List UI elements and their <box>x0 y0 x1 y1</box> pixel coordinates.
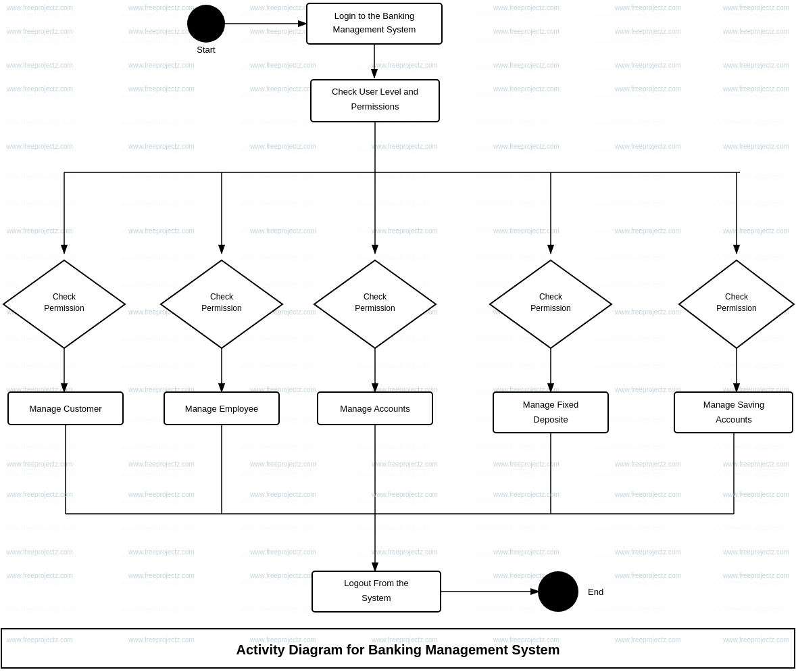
manage-saving-text2: Accounts <box>716 414 752 425</box>
svg-text:www.freeprojectz.com: www.freeprojectz.com <box>6 548 73 556</box>
diamond1-text2: Permission <box>44 304 84 313</box>
svg-text:www.freeprojectz.com: www.freeprojectz.com <box>371 636 438 644</box>
svg-text:www.freeprojectz.com: www.freeprojectz.com <box>128 460 195 468</box>
login-text-line2: Management System <box>333 24 416 34</box>
svg-text:www.freeprojectz.com: www.freeprojectz.com <box>128 572 195 579</box>
svg-text:www.freeprojectz.com: www.freeprojectz.com <box>371 491 438 498</box>
svg-text:www.freeprojectz.com: www.freeprojectz.com <box>371 62 438 69</box>
svg-text:www.freeprojectz.com: www.freeprojectz.com <box>493 143 559 150</box>
diamond5-text2: Permission <box>716 304 756 313</box>
svg-text:www.freeprojectz.com: www.freeprojectz.com <box>371 143 438 150</box>
svg-text:www.freeprojectz.com: www.freeprojectz.com <box>128 636 195 644</box>
logout-text2: System <box>362 593 391 603</box>
logout-box <box>312 571 441 612</box>
diamond4-text2: Permission <box>530 304 570 313</box>
svg-text:www.freeprojectz.com: www.freeprojectz.com <box>493 548 559 556</box>
svg-text:www.freeprojectz.com: www.freeprojectz.com <box>249 4 316 11</box>
svg-text:www.freeprojectz.com: www.freeprojectz.com <box>614 386 681 393</box>
svg-text:www.freeprojectz.com: www.freeprojectz.com <box>249 227 316 235</box>
start-label: Start <box>197 45 216 55</box>
svg-text:www.freeprojectz.com: www.freeprojectz.com <box>722 4 789 11</box>
check-user-text1: Check User Level and <box>332 87 418 97</box>
svg-text:www.freeprojectz.com: www.freeprojectz.com <box>6 143 73 150</box>
svg-text:www.freeprojectz.com: www.freeprojectz.com <box>128 491 195 498</box>
diamond3-text2: Permission <box>355 304 395 313</box>
manage-saving-accounts-box <box>674 392 793 433</box>
svg-text:www.freeprojectz.com: www.freeprojectz.com <box>722 636 789 644</box>
svg-text:www.freeprojectz.com: www.freeprojectz.com <box>493 85 559 93</box>
svg-text:www.freeprojectz.com: www.freeprojectz.com <box>371 460 438 468</box>
svg-text:www.freeprojectz.com: www.freeprojectz.com <box>493 636 559 644</box>
svg-text:www.freeprojectz.com: www.freeprojectz.com <box>128 85 195 93</box>
svg-text:www.freeprojectz.com: www.freeprojectz.com <box>493 62 559 69</box>
manage-accounts-text: Manage Accounts <box>340 404 410 414</box>
svg-text:www.freeprojectz.com: www.freeprojectz.com <box>493 227 559 235</box>
svg-text:www.freeprojectz.com: www.freeprojectz.com <box>249 85 316 93</box>
svg-text:www.freeprojectz.com: www.freeprojectz.com <box>722 143 789 150</box>
svg-text:www.freeprojectz.com: www.freeprojectz.com <box>493 28 559 35</box>
svg-text:www.freeprojectz.com: www.freeprojectz.com <box>6 460 73 468</box>
manage-fixed-deposite-text2: Deposite <box>533 414 568 425</box>
svg-text:www.freeprojectz.com: www.freeprojectz.com <box>6 85 73 93</box>
svg-text:www.freeprojectz.com: www.freeprojectz.com <box>6 28 73 35</box>
svg-text:www.freeprojectz.com: www.freeprojectz.com <box>722 548 789 556</box>
logout-text1: Logout From the <box>344 578 408 588</box>
manage-saving-text1: Manage Saving <box>703 400 764 410</box>
svg-text:www.freeprojectz.com: www.freeprojectz.com <box>614 636 681 644</box>
diamond2-text1: Check <box>210 292 234 302</box>
svg-text:www.freeprojectz.com: www.freeprojectz.com <box>128 143 195 150</box>
diamond3-text1: Check <box>364 292 387 302</box>
manage-fixed-deposite-box <box>493 392 608 433</box>
svg-text:www.freeprojectz.com: www.freeprojectz.com <box>6 4 73 11</box>
svg-text:www.freeprojectz.com: www.freeprojectz.com <box>249 572 316 579</box>
svg-text:www.freeprojectz.com: www.freeprojectz.com <box>722 227 789 235</box>
svg-text:www.freeprojectz.com: www.freeprojectz.com <box>6 636 73 644</box>
svg-text:www.freeprojectz.com: www.freeprojectz.com <box>6 227 73 235</box>
svg-text:www.freeprojectz.com: www.freeprojectz.com <box>614 460 681 468</box>
svg-text:www.freeprojectz.com: www.freeprojectz.com <box>128 548 195 556</box>
svg-text:www.freeprojectz.com: www.freeprojectz.com <box>614 491 681 498</box>
svg-text:www.freeprojectz.com: www.freeprojectz.com <box>249 62 316 69</box>
svg-text:www.freeprojectz.com: www.freeprojectz.com <box>249 636 316 644</box>
svg-text:www.freeprojectz.com: www.freeprojectz.com <box>371 227 438 235</box>
svg-text:www.freeprojectz.com: www.freeprojectz.com <box>614 4 681 11</box>
svg-text:www.freeprojectz.com: www.freeprojectz.com <box>614 308 681 316</box>
svg-text:www.freeprojectz.com: www.freeprojectz.com <box>6 491 73 498</box>
svg-text:www.freeprojectz.com: www.freeprojectz.com <box>614 143 681 150</box>
svg-text:www.freeprojectz.com: www.freeprojectz.com <box>493 460 559 468</box>
login-box <box>307 3 442 44</box>
svg-text:www.freeprojectz.com: www.freeprojectz.com <box>722 491 789 498</box>
check-user-text2: Permissions <box>351 101 399 112</box>
svg-text:www.freeprojectz.com: www.freeprojectz.com <box>614 227 681 235</box>
manage-employee-text: Manage Employee <box>185 404 258 414</box>
svg-text:www.freeprojectz.com: www.freeprojectz.com <box>128 227 195 235</box>
svg-text:www.freeprojectz.com: www.freeprojectz.com <box>128 62 195 69</box>
svg-text:www.freeprojectz.com: www.freeprojectz.com <box>128 4 195 11</box>
diamond2-text2: Permission <box>201 304 241 313</box>
svg-text:www.freeprojectz.com: www.freeprojectz.com <box>6 62 73 69</box>
svg-text:www.freeprojectz.com: www.freeprojectz.com <box>249 460 316 468</box>
svg-text:www.freeprojectz.com: www.freeprojectz.com <box>249 548 316 556</box>
svg-text:www.freeprojectz.com: www.freeprojectz.com <box>614 62 681 69</box>
svg-text:www.freeprojectz.com: www.freeprojectz.com <box>722 28 789 35</box>
svg-text:www.freeprojectz.com: www.freeprojectz.com <box>614 85 681 93</box>
svg-text:www.freeprojectz.com: www.freeprojectz.com <box>493 4 559 11</box>
diamond5-text1: Check <box>725 292 749 302</box>
svg-text:www.freeprojectz.com: www.freeprojectz.com <box>249 28 316 35</box>
end-label: End <box>588 587 603 597</box>
diamond1-text1: Check <box>53 292 76 302</box>
svg-text:www.freeprojectz.com: www.freeprojectz.com <box>6 572 73 579</box>
svg-text:www.freeprojectz.com: www.freeprojectz.com <box>493 491 559 498</box>
diamond4-text1: Check <box>539 292 563 302</box>
manage-customer-text: Manage Customer <box>30 404 103 414</box>
activity-diagram: www.freeprojectz.com www.freeprojectz.co… <box>0 0 796 672</box>
svg-text:www.freeprojectz.com: www.freeprojectz.com <box>722 62 789 69</box>
login-text-line1: Login to the Banking <box>334 11 415 21</box>
diagram-container: www.freeprojectz.com www.freeprojectz.co… <box>0 0 796 672</box>
svg-text:www.freeprojectz.com: www.freeprojectz.com <box>371 548 438 556</box>
svg-text:www.freeprojectz.com: www.freeprojectz.com <box>614 548 681 556</box>
svg-text:www.freeprojectz.com: www.freeprojectz.com <box>722 572 789 579</box>
footer-text: Activity Diagram for Banking Management … <box>236 642 559 657</box>
svg-text:www.freeprojectz.com: www.freeprojectz.com <box>722 85 789 93</box>
svg-text:www.freeprojectz.com: www.freeprojectz.com <box>614 28 681 35</box>
